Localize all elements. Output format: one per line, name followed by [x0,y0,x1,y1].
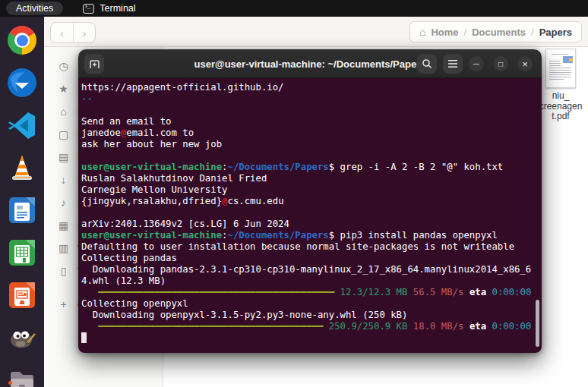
terminal-titlebar[interactable]: user@user-virtual-machine: ~/Documents/P… [78,49,542,78]
desktop-icon: ▢ [57,128,70,140]
terminal-line: Defaulting to user installation because … [81,241,542,253]
terminal-line: user@user-virtual-machine:~/Documents/Pa… [81,162,542,173]
terminal-line: Send an email to [81,116,542,127]
forward-button[interactable]: › [73,23,95,42]
vlc-icon [7,153,37,183]
dock-item-gimp[interactable] [7,322,37,353]
terminal-line: Downloading pandas-2.3.1-cp310-cp310-man… [81,264,542,275]
tab-plus-icon [89,59,100,69]
home-icon: ⌂ [57,105,70,118]
terminal-line [81,207,542,219]
terminal-line: Carnegie Mellon University [81,184,542,196]
terminal-line: ask her about her new job [81,139,542,150]
search-icon [422,58,432,69]
music-icon: ♪ [57,197,70,209]
film-icon: ▥ [57,242,70,254]
nav-button-group: ‹ › [50,22,96,43]
dock-item-libreoffice-writer[interactable] [7,195,37,225]
desktop: Activities Terminal [0,0,588,387]
dock-item-files[interactable] [7,365,37,387]
terminal-line [81,105,542,116]
gimp-icon [7,322,37,353]
terminal-app-icon [83,4,94,14]
libreoffice-impress-icon [7,280,37,310]
terminal-line: Collecting openpyxl [81,298,542,310]
search-button[interactable] [417,54,437,74]
back-button[interactable]: ‹ [51,23,73,42]
terminal-line: janedoe@email.com to [81,127,542,139]
activities-button[interactable]: Activities [6,2,63,15]
image-icon: ▦ [57,219,70,231]
terminal-line [81,150,542,162]
breadcrumb: ⌂ Home / Documents / Papers [409,21,582,42]
breadcrumb-home[interactable]: Home [431,27,458,38]
dock-item-chrome[interactable] [7,25,37,55]
hamburger-menu-icon [448,60,457,68]
new-tab-button[interactable] [84,54,104,74]
terminal-line: -- [81,93,542,105]
menu-button[interactable] [443,54,463,74]
dock [0,17,44,387]
dock-item-thunderbird[interactable] [7,68,37,98]
vscode-icon [7,110,37,140]
file-name-label: niu_ creenagen t.pdf [536,91,585,122]
terminal-line: ━━━━━━━━━━━━━━━━━━━━━━━━━━━━━━━━━━━━━━━━… [81,287,542,298]
document-icon: ▤ [57,151,70,163]
top-bar: Activities Terminal [0,0,588,17]
terminal-line: ━━━━━━━━━━━━━━━━━━━━━━━━━━━━━━━━━━━━━━━━… [81,321,542,332]
terminal-line: Ruslan Salakhutdinov Daniel Fried [81,173,542,184]
terminal-line: https://appagent-official.github.io/ [81,82,542,93]
minimize-button[interactable]: ─ [469,56,484,71]
file-item-pdf[interactable]: niu_ creenagen t.pdf [536,49,585,122]
terminal-line: 4.whl (12.3 MB) [81,275,542,287]
terminal-line: Downloading openpyxl-3.1.5-py2.py3-none-… [81,310,542,321]
dock-item-vscode[interactable] [7,110,37,140]
plus-icon: + [57,298,70,310]
focused-app-name: Terminal [100,3,135,14]
clock-icon: ◷ [57,60,70,72]
thunderbird-icon [7,68,37,98]
terminal-line: arXiv:2401.13649v2 [cs.LG] 6 Jun 2024 [81,219,542,230]
terminal-scrollbar-thumb[interactable] [536,300,539,347]
terminal-line: Collecting pandas [81,253,542,264]
trash-icon: ▯ [57,265,70,277]
maximize-button[interactable]: □ [493,56,508,71]
terminal-content[interactable]: https://appagent-official.github.io/--Se… [78,78,542,353]
pdf-thumbnail [545,49,576,88]
dock-item-vlc[interactable] [7,153,37,183]
dock-item-libreoffice-impress[interactable] [7,280,37,310]
terminal-line [81,332,542,344]
breadcrumb-separator: / [531,27,534,38]
terminal-line: user@user-virtual-machine:~/Documents/Pa… [81,230,542,241]
running-indicator-dot [8,381,12,385]
breadcrumb-separator: / [464,27,467,38]
download-icon: ↓ [57,174,70,186]
home-icon: ⌂ [419,26,425,38]
libreoffice-calc-icon [7,238,37,268]
terminal-line: {jingyuk,rsalakhu,dfried}@cs.cmu.edu [81,196,542,207]
file-manager-headerbar: ‹ › ⌂ Home / Documents / Papers [44,17,588,47]
focused-app-menu[interactable]: Terminal [83,3,135,14]
dock-item-libreoffice-calc[interactable] [7,238,37,268]
terminal-window: user@user-virtual-machine: ~/Documents/P… [78,49,542,353]
breadcrumb-documents[interactable]: Documents [472,27,526,38]
breadcrumb-papers[interactable]: Papers [539,27,572,38]
star-icon: ★ [57,83,70,95]
libreoffice-writer-icon [7,195,37,225]
close-button[interactable]: × [517,56,533,71]
